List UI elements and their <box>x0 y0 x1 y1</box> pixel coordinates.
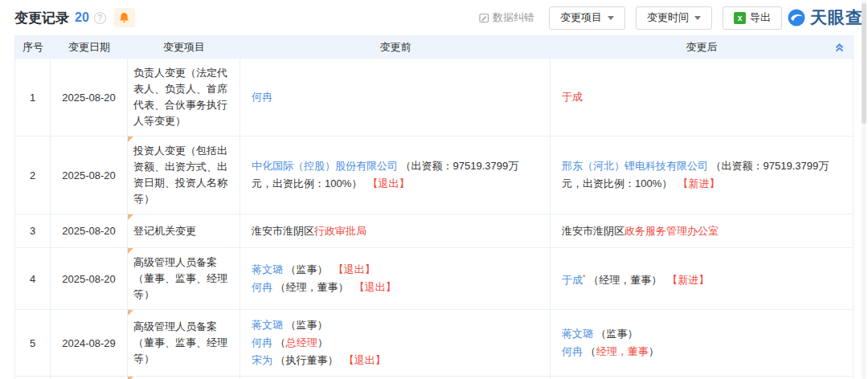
plain-text: （经理，董事） <box>586 274 668 286</box>
change-item: 高级管理人员备案（董事、监事、经理等） <box>128 310 240 376</box>
col-header-item: 变更项目 <box>128 36 240 59</box>
after-cell: 于成 <box>551 59 853 136</box>
row-number: 5 <box>15 310 51 376</box>
entity-link[interactable]: 宋为 <box>252 354 272 366</box>
entity-link[interactable]: 蒋文璐 <box>562 328 593 340</box>
diff-text: 【退出】 <box>334 263 375 275</box>
change-item: 负责人变更（法定代表人、负责人、首席代表、合伙事务执行人等变更） <box>128 59 240 136</box>
change-date: 2025-08-20 <box>51 214 128 247</box>
table-row: 62024-01-18高级管理人员备案（董事、监事、经理等）蒋文璐 （监事）何冉… <box>15 376 853 379</box>
diff-text: 行政审批局 <box>314 225 366 237</box>
data-correction-button[interactable]: 数据纠错 <box>479 10 534 25</box>
change-item-label: 投资人变更（包括出资额、出资方式、出资日期、投资人名称等） <box>133 143 235 207</box>
help-icon[interactable]: ? <box>94 12 106 24</box>
panel-header: 变更记录 20 ? 数据纠错 变更项目 变更时间 <box>0 0 868 35</box>
annotation-corner-icon <box>128 248 133 254</box>
subscribe-bell-button[interactable] <box>114 8 135 27</box>
correction-label: 数据纠错 <box>493 10 534 25</box>
plain-text: （监事） <box>283 263 334 275</box>
plain-text: ） <box>649 345 659 357</box>
after-cell: 淮安市淮阴区政务服务管理办公室 <box>551 214 853 247</box>
diff-text: 经理，董事 <box>596 345 649 357</box>
cell-line: 何冉 （经理，董事） <box>562 343 841 361</box>
cell-line: 淮安市淮阴区行政审批局 <box>252 222 538 240</box>
entity-link[interactable]: 何冉 <box>252 91 272 103</box>
row-number: 2 <box>15 137 51 214</box>
cell-line: 于成* （经理，董事） 【新进】 <box>562 268 841 289</box>
collapse-section-icon[interactable] <box>833 41 845 54</box>
scrollbar-thumb[interactable] <box>862 3 866 124</box>
chevron-down-icon <box>694 16 701 20</box>
after-cell: 蒋文璐 （监事）何冉 （经理，董事） <box>551 310 853 376</box>
plain-text: （经理，董事） <box>272 281 354 293</box>
entity-link[interactable]: 何冉 <box>252 336 272 348</box>
entity-link[interactable]: 何冉 <box>252 281 272 293</box>
col-header-before: 变更前 <box>240 36 551 59</box>
chevron-down-icon <box>608 16 614 20</box>
page-title: 变更记录 <box>14 9 69 27</box>
change-records-table: 序号 变更日期 变更项目 变更前 变更后 12025-08-20负责人变更（法定… <box>14 35 854 379</box>
cell-line: 何冉 <box>252 88 538 106</box>
annotation-corner-icon <box>128 214 133 220</box>
col-header-after: 变更后 <box>551 36 853 59</box>
tianyancha-logo-icon <box>787 8 806 27</box>
entity-link[interactable]: 于成 <box>562 274 583 286</box>
diff-text: 政务服务管理办公室 <box>624 225 719 237</box>
annotation-corner-icon <box>128 310 133 316</box>
change-item-label: 高级管理人员备案（董事、监事、经理等） <box>133 255 235 303</box>
cell-line: 蒋文璐 （监事） <box>562 325 841 343</box>
cell-line: 宋为 （执行董事） 【退出】 <box>252 352 538 369</box>
plain-text: ） <box>317 336 328 348</box>
change-date: 2025-08-20 <box>51 248 128 309</box>
table-row: 22025-08-20投资人变更（包括出资额、出资方式、出资日期、投资人名称等）… <box>15 136 853 214</box>
before-cell: 何冉 <box>240 59 551 136</box>
change-item: 登记机关变更 <box>128 214 240 247</box>
bell-icon <box>119 12 129 23</box>
plain-text: 淮安市淮阴区 <box>252 225 314 237</box>
row-number: 3 <box>15 214 51 247</box>
before-cell: 蒋文璐 （监事） 【退出】何冉 （经理，董事） 【退出】 <box>240 248 551 309</box>
col-header-date: 变更日期 <box>51 36 128 59</box>
diff-text: 【退出】 <box>354 281 396 293</box>
diff-text: 【退出】 <box>344 354 386 366</box>
plain-text: （监事） <box>283 319 328 331</box>
filter-change-item-dropdown[interactable]: 变更项目 <box>549 6 625 30</box>
records-count: 20 <box>75 10 89 25</box>
col-header-no: 序号 <box>15 36 51 59</box>
diff-text: 【新进】 <box>678 177 719 190</box>
change-item-label: 高级管理人员备案（董事、监事、经理等） <box>133 319 235 367</box>
entity-link[interactable]: 蒋文璐 <box>252 319 283 331</box>
correction-icon <box>479 13 489 23</box>
cell-line: 于成 <box>562 88 841 106</box>
diff-text: 总经理 <box>286 336 317 348</box>
entity-link[interactable]: 何冉 <box>562 345 583 357</box>
tianyancha-logo[interactable]: 天眼查 <box>787 6 863 29</box>
entity-link[interactable]: 蒋文璐 <box>252 263 283 275</box>
row-number: 1 <box>15 59 51 136</box>
change-item-label: 登记机关变更 <box>133 223 235 239</box>
diff-text: 于成 <box>562 91 583 103</box>
after-cell: 于成* （经理，董事） 【新进】 <box>551 248 853 309</box>
tianyancha-logo-text: 天眼查 <box>810 6 863 29</box>
cell-line: 中化国际（控股）股份有限公司 （出资额：97519.3799万元，出资比例：10… <box>252 157 538 193</box>
cell-line: 何冉 （经理，董事） 【退出】 <box>252 279 538 296</box>
filter-change-item-label: 变更项目 <box>560 10 602 25</box>
plain-text: （执行董事） <box>272 354 344 366</box>
before-cell: 蒋文璐 （监事）何冉 （总经理）宋为 （执行董事） 【退出】 <box>240 310 551 376</box>
change-date: 2024-08-29 <box>51 310 128 376</box>
table-row: 32025-08-20登记机关变更淮安市淮阴区行政审批局淮安市淮阴区政务服务管理… <box>15 214 853 247</box>
plain-text: 淮安市淮阴区 <box>562 225 624 237</box>
entity-link[interactable]: 邢东（河北）锂电科技有限公司 <box>562 160 708 172</box>
excel-icon: x <box>734 12 746 24</box>
before-cell: 中化国际（控股）股份有限公司 （出资额：97519.3799万元，出资比例：10… <box>240 137 551 214</box>
plain-text: （ <box>583 345 596 357</box>
change-records-panel: 变更记录 20 ? 数据纠错 变更项目 变更时间 <box>0 0 868 379</box>
filter-change-time-dropdown[interactable]: 变更时间 <box>636 6 712 30</box>
diff-text: 【新进】 <box>667 274 709 286</box>
change-date: 2025-08-20 <box>51 59 128 136</box>
export-button[interactable]: x 导出 <box>723 6 782 30</box>
entity-link[interactable]: 中化国际（控股）股份有限公司 <box>252 160 398 172</box>
table-row: 12025-08-20负责人变更（法定代表人、负责人、首席代表、合伙事务执行人等… <box>15 59 853 136</box>
before-cell: 淮安市淮阴区行政审批局 <box>240 214 551 247</box>
table-row: 42025-08-20高级管理人员备案（董事、监事、经理等）蒋文璐 （监事） 【… <box>15 247 853 309</box>
